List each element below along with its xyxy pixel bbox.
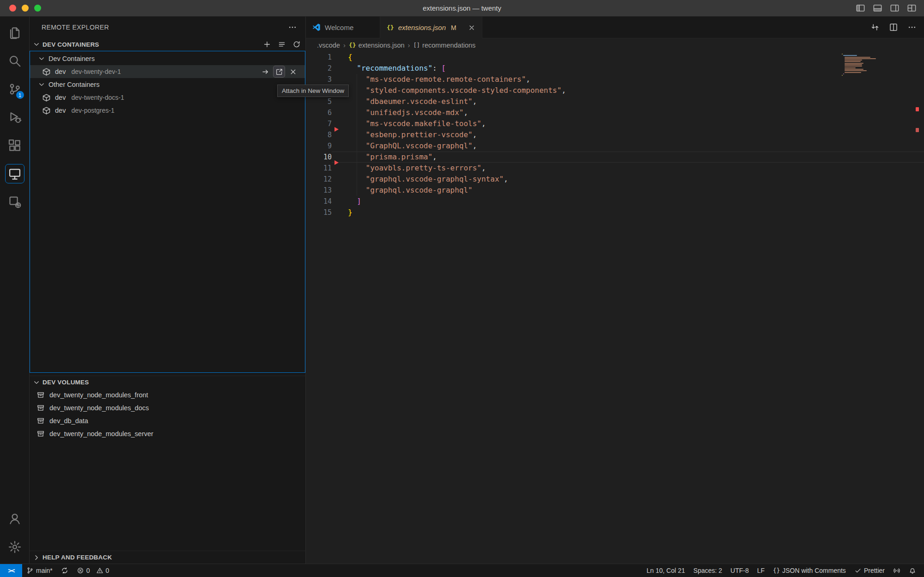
activity-item-accounts[interactable] [4,504,26,533]
vscode-logo-icon [312,23,321,31]
code-line-9[interactable]: 9 "GraphQL.vscode-graphql", [306,140,924,152]
minimize-window-button[interactable] [22,5,29,12]
section-header-dev-volumes[interactable]: DEV VOLUMES [30,376,305,389]
activity-item-remote-explorer[interactable] [4,159,26,188]
status-notifications[interactable] [905,564,920,577]
gutter-marker[interactable] [334,127,339,132]
attach-container-button[interactable] [260,66,271,77]
activity-item-source-control[interactable]: 1 [4,75,26,103]
line-text: "ms-vscode-remote.remote-containers", [332,74,924,85]
tab-extensions-json[interactable]: {}extensions.jsonM [380,17,482,38]
volume-dev-twenty-node-modules-docs[interactable]: dev_twenty_node_modules_docs [30,401,305,414]
open-changes-icon[interactable] [870,23,880,32]
activity-item-settings[interactable] [4,533,26,561]
status-eol[interactable]: LF [753,564,769,577]
toggle-primary-sidebar-icon[interactable] [856,3,865,13]
dev-containers-actions [263,40,301,49]
code-line-11[interactable]: 11 "yoavbls.pretty-ts-errors", [306,163,924,174]
tree-group-other-containers[interactable]: Other Containers [30,78,305,91]
code-editor[interactable]: 1{2 "recommendations": [3 "ms-vscode-rem… [306,52,924,564]
volume-dev-db-data[interactable]: dev_db_data [30,414,305,427]
status-encoding[interactable]: UTF-8 [726,564,753,577]
close-tab-button[interactable] [468,24,475,31]
activity-item-search[interactable] [4,47,26,75]
code-line-10[interactable]: 10 "prisma.prisma", [306,152,924,163]
customize-layout-icon[interactable] [907,3,917,13]
debug-icon [8,110,22,124]
activity-item-run-and-debug[interactable] [4,103,26,131]
container-icon [42,67,51,76]
line-text: "ms-vscode.makefile-tools", [332,118,924,129]
activity-item-extensions[interactable] [4,131,26,159]
breadcrumb-recommendations[interactable]: []recommendations [413,42,476,49]
line-text: "dbaeumer.vscode-eslint", [332,96,924,107]
breadcrumb-extensions-json[interactable]: {}extensions.json [349,42,405,49]
line-number: 3 [306,74,332,85]
breadcrumb-separator: › [343,41,346,49]
activity-item-explorer[interactable] [4,18,26,47]
line-number: 7 [306,118,332,129]
new-dev-container-button[interactable] [263,40,271,49]
row-actions [260,65,298,78]
container-icon [42,106,51,115]
git-modified-badge: M [451,24,456,31]
activity-item-container-tools[interactable] [4,188,26,216]
line-number: 8 [306,129,332,140]
section-header-dev-containers[interactable]: DEV CONTAINERS [30,38,305,51]
code-line-8[interactable]: 8 "esbenp.prettier-vscode", [306,129,924,140]
vscode-window: extensions.json — twenty 1 REMOTE EXPLOR… [0,0,924,577]
volume-dev-twenty-node-modules-front[interactable]: dev_twenty_node_modules_front [30,389,305,401]
line-number: 15 [306,207,332,218]
code-line-2[interactable]: 2 "recommendations": [ [306,63,924,74]
code-line-13[interactable]: 13 "graphql.vscode-graphql" [306,185,924,196]
tab-welcome[interactable]: Welcome [306,17,380,38]
status-sync-button[interactable] [57,564,73,577]
container-item-dev-twenty-dev-1[interactable]: devdev-twenty-dev-1 [30,65,305,78]
views-more-actions-button[interactable] [288,23,297,32]
line-number: 10 [306,152,332,163]
close-window-button[interactable] [9,5,16,12]
breadcrumbs: .vscode›{}extensions.json›[]recommendati… [306,38,924,52]
breadcrumb-vscode[interactable]: .vscode [317,42,340,49]
activity-bar: 1 [0,17,30,564]
status-language-mode[interactable]: {}JSON with Comments [769,564,850,577]
container-list-options-button[interactable] [278,40,286,49]
more-actions-icon[interactable] [907,23,917,32]
json-icon: {} [387,24,394,30]
status-cursor-position[interactable]: Ln 10, Col 21 [643,564,689,577]
tree-group-dev-containers[interactable]: Dev Containers [30,52,305,65]
code-lines: 1{2 "recommendations": [3 "ms-vscode-rem… [306,52,924,218]
toggle-panel-icon[interactable] [873,3,882,13]
gutter-marker[interactable] [334,160,339,165]
status-formatter[interactable]: Prettier [850,564,889,577]
code-line-12[interactable]: 12 "graphql.vscode-graphql-syntax", [306,174,924,185]
container-item-dev-postgres-1[interactable]: devdev-postgres-1 [30,104,305,117]
code-line-6[interactable]: 6 "unifiedjs.vscode-mdx", [306,107,924,118]
status-feedback[interactable] [889,564,905,577]
status-indentation[interactable]: Spaces: 2 [689,564,726,577]
volume-dev-twenty-node-modules-server[interactable]: dev_twenty_node_modules_server [30,427,305,440]
refresh-containers-button[interactable] [292,40,301,49]
code-line-1[interactable]: 1{ [306,52,924,63]
container-item-dev-twenty-docs-1[interactable]: devdev-twenty-docs-1 [30,91,305,104]
remote-indicator[interactable]: >< [0,564,22,577]
container-tools-icon [8,195,22,209]
attach-in-new-window-button[interactable] [274,66,285,77]
minimap[interactable] [842,54,924,76]
stop-container-button[interactable] [287,66,298,77]
status-git-branch[interactable]: main* [22,564,57,577]
toggle-secondary-sidebar-icon[interactable] [890,3,900,13]
split-editor-icon[interactable] [889,23,898,32]
code-line-15[interactable]: 15} [306,207,924,218]
code-line-7[interactable]: 7 "ms-vscode.makefile-tools", [306,118,924,129]
code-line-5[interactable]: 5 "dbaeumer.vscode-eslint", [306,96,924,107]
section-header-help-and-feedback[interactable]: HELP AND FEEDBACK [30,551,305,564]
check-icon [854,567,862,574]
source-control-badge: 1 [16,91,24,99]
status-problems[interactable]: 0 0 [73,564,114,577]
line-number: 13 [306,185,332,196]
code-line-14[interactable]: 14 ] [306,196,924,207]
zoom-window-button[interactable] [34,5,41,12]
code-line-4[interactable]: 4 "styled-components.vscode-styled-compo… [306,85,924,96]
code-line-3[interactable]: 3 "ms-vscode-remote.remote-containers", [306,74,924,85]
